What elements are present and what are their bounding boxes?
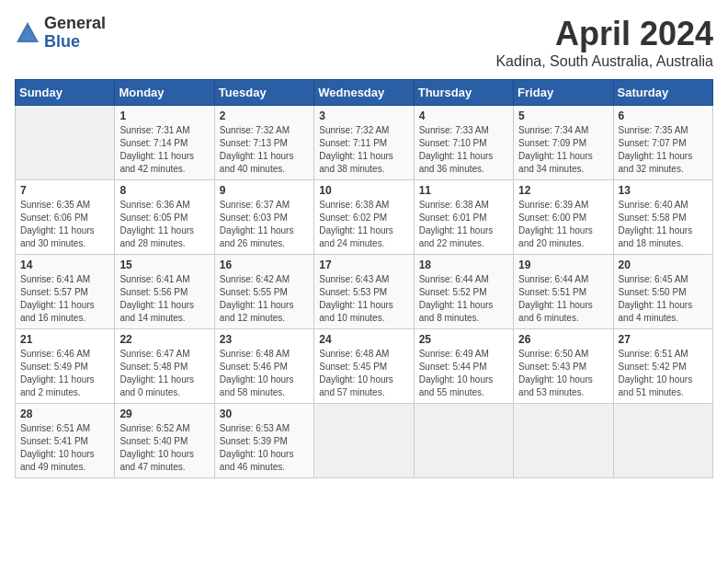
day-number: 12 (518, 184, 608, 197)
day-cell (314, 404, 414, 478)
day-number: 13 (619, 184, 708, 197)
day-content: Sunrise: 6:48 AM Sunset: 5:46 PM Dayligh… (220, 348, 309, 399)
day-content: Sunrise: 6:42 AM Sunset: 5:55 PM Dayligh… (220, 273, 309, 325)
day-cell: 29Sunrise: 6:52 AM Sunset: 5:40 PM Dayli… (115, 404, 214, 478)
day-content: Sunrise: 6:51 AM Sunset: 5:41 PM Dayligh… (20, 422, 109, 474)
day-number: 6 (619, 109, 708, 122)
header-cell-saturday: Saturday (613, 80, 712, 106)
header-cell-friday: Friday (514, 80, 613, 106)
day-content: Sunrise: 6:51 AM Sunset: 5:42 PM Dayligh… (619, 348, 708, 399)
day-cell: 17Sunrise: 6:43 AM Sunset: 5:53 PM Dayli… (314, 255, 414, 329)
day-cell: 16Sunrise: 6:42 AM Sunset: 5:55 PM Dayli… (214, 255, 313, 329)
day-content: Sunrise: 6:44 AM Sunset: 5:52 PM Dayligh… (419, 273, 508, 325)
day-cell: 2Sunrise: 7:32 AM Sunset: 7:13 PM Daylig… (214, 106, 313, 180)
day-number: 17 (319, 259, 408, 271)
day-cell: 23Sunrise: 6:48 AM Sunset: 5:46 PM Dayli… (214, 329, 313, 404)
day-content: Sunrise: 7:32 AM Sunset: 7:13 PM Dayligh… (220, 124, 309, 176)
page-header: General Blue April 2024 Kadina, South Au… (15, 15, 713, 70)
day-number: 14 (20, 259, 109, 271)
day-cell: 25Sunrise: 6:49 AM Sunset: 5:44 PM Dayli… (414, 329, 513, 404)
title-block: April 2024 Kadina, South Australia, Aust… (495, 15, 713, 70)
logo-icon (15, 20, 40, 46)
day-number: 2 (220, 109, 309, 122)
day-cell: 12Sunrise: 6:39 AM Sunset: 6:00 PM Dayli… (514, 180, 613, 255)
day-cell: 10Sunrise: 6:38 AM Sunset: 6:02 PM Dayli… (314, 180, 414, 255)
day-content: Sunrise: 6:47 AM Sunset: 5:48 PM Dayligh… (119, 348, 209, 399)
month-title: April 2024 (495, 15, 713, 53)
day-number: 11 (419, 184, 508, 197)
calendar-header: SundayMondayTuesdayWednesdayThursdayFrid… (16, 80, 713, 106)
day-content: Sunrise: 7:32 AM Sunset: 7:11 PM Dayligh… (319, 124, 408, 176)
day-cell: 21Sunrise: 6:46 AM Sunset: 5:49 PM Dayli… (16, 329, 115, 404)
day-cell (613, 404, 712, 478)
week-row-2: 7Sunrise: 6:35 AM Sunset: 6:06 PM Daylig… (16, 180, 713, 255)
header-cell-sunday: Sunday (16, 80, 115, 106)
day-number: 16 (220, 259, 309, 271)
day-number: 28 (20, 408, 109, 420)
day-number: 1 (119, 109, 209, 122)
day-content: Sunrise: 6:53 AM Sunset: 5:39 PM Dayligh… (220, 422, 309, 474)
day-cell (514, 404, 613, 478)
day-number: 15 (119, 259, 209, 271)
day-cell: 9Sunrise: 6:37 AM Sunset: 6:03 PM Daylig… (214, 180, 313, 255)
day-number: 29 (119, 408, 209, 420)
day-cell: 8Sunrise: 6:36 AM Sunset: 6:05 PM Daylig… (115, 180, 214, 255)
day-cell: 26Sunrise: 6:50 AM Sunset: 5:43 PM Dayli… (514, 329, 613, 404)
day-cell: 20Sunrise: 6:45 AM Sunset: 5:50 PM Dayli… (613, 255, 712, 329)
day-number: 21 (20, 333, 109, 346)
day-content: Sunrise: 6:38 AM Sunset: 6:02 PM Dayligh… (319, 199, 408, 250)
day-number: 10 (319, 184, 408, 197)
day-cell: 13Sunrise: 6:40 AM Sunset: 5:58 PM Dayli… (613, 180, 712, 255)
day-cell: 4Sunrise: 7:33 AM Sunset: 7:10 PM Daylig… (414, 106, 513, 180)
day-number: 4 (419, 109, 508, 122)
day-cell: 15Sunrise: 6:41 AM Sunset: 5:56 PM Dayli… (115, 255, 214, 329)
logo-blue-text: Blue (44, 33, 106, 52)
day-content: Sunrise: 6:46 AM Sunset: 5:49 PM Dayligh… (20, 348, 109, 399)
day-content: Sunrise: 6:41 AM Sunset: 5:56 PM Dayligh… (119, 273, 209, 325)
day-number: 23 (220, 333, 309, 346)
day-cell: 5Sunrise: 7:34 AM Sunset: 7:09 PM Daylig… (514, 106, 613, 180)
day-number: 20 (619, 259, 708, 271)
day-content: Sunrise: 6:50 AM Sunset: 5:43 PM Dayligh… (518, 348, 608, 399)
day-content: Sunrise: 6:37 AM Sunset: 6:03 PM Dayligh… (220, 199, 309, 250)
day-number: 27 (619, 333, 708, 346)
week-row-3: 14Sunrise: 6:41 AM Sunset: 5:57 PM Dayli… (16, 255, 713, 329)
day-cell: 7Sunrise: 6:35 AM Sunset: 6:06 PM Daylig… (16, 180, 115, 255)
header-cell-thursday: Thursday (414, 80, 513, 106)
day-cell: 28Sunrise: 6:51 AM Sunset: 5:41 PM Dayli… (16, 404, 115, 478)
day-number: 19 (518, 259, 608, 271)
day-content: Sunrise: 6:36 AM Sunset: 6:05 PM Dayligh… (119, 199, 209, 250)
day-number: 5 (518, 109, 608, 122)
day-content: Sunrise: 6:44 AM Sunset: 5:51 PM Dayligh… (518, 273, 608, 325)
day-number: 26 (518, 333, 608, 346)
day-content: Sunrise: 6:41 AM Sunset: 5:57 PM Dayligh… (20, 273, 109, 325)
day-number: 24 (319, 333, 408, 346)
day-number: 22 (119, 333, 209, 346)
day-cell: 19Sunrise: 6:44 AM Sunset: 5:51 PM Dayli… (514, 255, 613, 329)
logo-text: General Blue (44, 15, 106, 52)
day-number: 18 (419, 259, 508, 271)
day-cell (16, 106, 115, 180)
day-number: 25 (419, 333, 508, 346)
day-content: Sunrise: 6:35 AM Sunset: 6:06 PM Dayligh… (20, 199, 109, 250)
day-cell: 1Sunrise: 7:31 AM Sunset: 7:14 PM Daylig… (115, 106, 214, 180)
day-cell: 30Sunrise: 6:53 AM Sunset: 5:39 PM Dayli… (214, 404, 313, 478)
day-number: 7 (20, 184, 109, 197)
header-cell-monday: Monday (115, 80, 214, 106)
day-cell: 27Sunrise: 6:51 AM Sunset: 5:42 PM Dayli… (613, 329, 712, 404)
day-content: Sunrise: 7:35 AM Sunset: 7:07 PM Dayligh… (619, 124, 708, 176)
day-number: 9 (220, 184, 309, 197)
day-cell: 22Sunrise: 6:47 AM Sunset: 5:48 PM Dayli… (115, 329, 214, 404)
week-row-5: 28Sunrise: 6:51 AM Sunset: 5:41 PM Dayli… (16, 404, 713, 478)
day-content: Sunrise: 6:38 AM Sunset: 6:01 PM Dayligh… (419, 199, 508, 250)
day-content: Sunrise: 6:52 AM Sunset: 5:40 PM Dayligh… (119, 422, 209, 474)
week-row-1: 1Sunrise: 7:31 AM Sunset: 7:14 PM Daylig… (16, 106, 713, 180)
week-row-4: 21Sunrise: 6:46 AM Sunset: 5:49 PM Dayli… (16, 329, 713, 404)
day-content: Sunrise: 6:49 AM Sunset: 5:44 PM Dayligh… (419, 348, 508, 399)
calendar-body: 1Sunrise: 7:31 AM Sunset: 7:14 PM Daylig… (16, 106, 713, 478)
day-cell: 3Sunrise: 7:32 AM Sunset: 7:11 PM Daylig… (314, 106, 414, 180)
day-cell: 18Sunrise: 6:44 AM Sunset: 5:52 PM Dayli… (414, 255, 513, 329)
day-cell: 6Sunrise: 7:35 AM Sunset: 7:07 PM Daylig… (613, 106, 712, 180)
logo: General Blue (15, 15, 106, 52)
day-cell: 24Sunrise: 6:48 AM Sunset: 5:45 PM Dayli… (314, 329, 414, 404)
